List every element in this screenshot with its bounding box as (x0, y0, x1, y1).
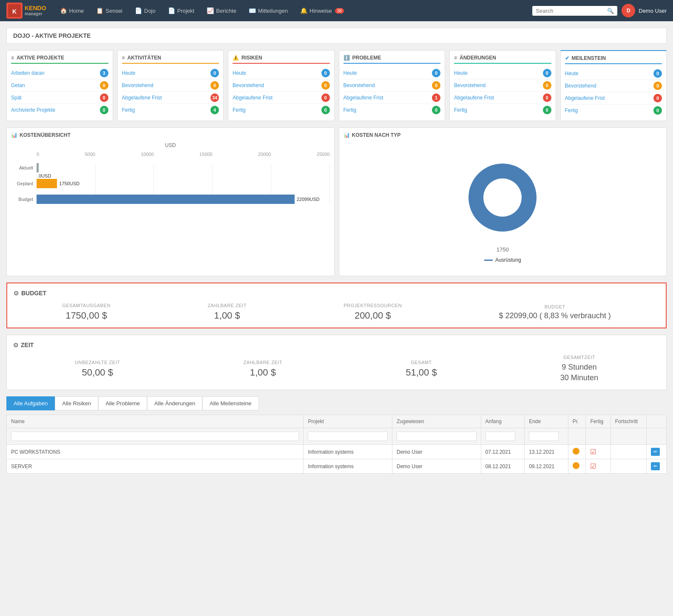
ms-heute-badge: 0 (653, 69, 662, 78)
metric-billable: ZAHLBARE ZEIT 1,00 $ (244, 360, 282, 378)
table-row: PC WORKSTATIONS Information systems Demo… (7, 445, 667, 459)
edit-button-2[interactable]: ✏ (651, 462, 660, 470)
filter-zugewiesen[interactable] (397, 432, 477, 441)
list-icon: ≡ (11, 55, 14, 61)
time-icon: ⊙ (13, 342, 18, 348)
charts-row: 📊 KOSTENÜBERSICHT USD 050001000015000200… (6, 127, 667, 276)
card-changes: ≡ ÄNDERUNGEN Heute 0 Bevorstehend 0 Abge… (449, 50, 556, 121)
list-item: Fertig 0 (454, 104, 551, 116)
list-item: Abgelaufene Frist 34 (122, 92, 219, 104)
risk-heute-link[interactable]: Heute (233, 70, 246, 76)
dojo-icon: 📄 (135, 7, 142, 14)
chg-abgelaufen-link[interactable]: Abgelaufene Frist (454, 95, 494, 101)
filter-name[interactable] (11, 432, 299, 441)
nav-projekt[interactable]: 📄 Projekt (163, 0, 199, 21)
list-item: Getan 0 (11, 79, 108, 92)
nav-hinweise[interactable]: 🔔 Hinweise 38 (295, 0, 349, 21)
act-bevorstehend-link[interactable]: Bevorstehend (122, 82, 153, 88)
chart-area: Aktuell 0USD Geplant 1750USD Budget (11, 163, 330, 204)
metric-unpaid: UNBEZAHLTE ZEIT 50,00 $ (75, 360, 120, 378)
filter-projekt[interactable] (308, 432, 388, 441)
budget-metrics-row: GESAMTAUSGABEN 1750,00 $ ZAHLBARE ZEIT 1… (14, 303, 659, 321)
brand[interactable]: K KENDO manager (6, 3, 46, 19)
budget-value: $ 22099,00 ( 8,83 % verbraucht ) (499, 311, 611, 320)
cell-name: SERVER (7, 459, 304, 474)
prob-fertig-link[interactable]: Fertig (344, 107, 357, 113)
bar-value-aktuell: 0USD (39, 173, 51, 178)
prob-heute-link[interactable]: Heute (344, 70, 357, 76)
search-box[interactable]: 🔍 (532, 6, 617, 16)
chg-heute-link[interactable]: Heute (454, 70, 468, 76)
bar-budget (37, 195, 295, 204)
prob-bevorstehend-link[interactable]: Bevorstehend (344, 82, 375, 88)
getan-badge: 0 (100, 81, 108, 90)
main-content: DOJO - AKTIVE PROJEKTE ≡ AKTIVE PROJEKTE… (0, 21, 673, 480)
filter-fortschritt-cell (611, 428, 646, 445)
ms-heute-link[interactable]: Heute (565, 71, 579, 76)
project-resources-value: 200,00 $ (344, 310, 402, 321)
risk-abgelaufen-link[interactable]: Abgelaufene Frist (233, 95, 273, 101)
bar-value-budget: 22099USD (297, 197, 320, 202)
unpaid-value: 50,00 $ (75, 367, 120, 378)
time-metrics-row: UNBEZAHLTE ZEIT 50,00 $ ZAHLBARE ZEIT 1,… (13, 355, 660, 383)
nav-home[interactable]: 🏠 Home (55, 0, 89, 21)
nav-mitteilungen[interactable]: ✉️ Mitteilungen (244, 0, 293, 21)
tab-alle-aufgaben[interactable]: Alle Aufgaben (6, 396, 55, 410)
mitteilungen-icon: ✉️ (249, 7, 256, 14)
risk-heute-badge: 0 (321, 69, 330, 77)
chg-fertig-link[interactable]: Fertig (454, 107, 467, 113)
getan-link[interactable]: Getan (11, 82, 25, 88)
priority-badge-2 (573, 462, 579, 469)
tab-alle-probleme[interactable]: Alle Probleme (98, 396, 147, 410)
filter-ende[interactable] (529, 432, 559, 441)
spat-link[interactable]: Spät (11, 95, 22, 101)
archiviert-link[interactable]: Archivierte Projekte (11, 107, 55, 113)
filter-anfang[interactable] (486, 432, 515, 441)
sensei-icon: 📋 (96, 7, 103, 14)
arbeiten-link[interactable]: Arbeiten daran (11, 70, 45, 76)
filter-ende-cell (525, 428, 568, 445)
list-item: Fertig 0 (344, 104, 441, 116)
total-label: GESAMT (406, 360, 437, 365)
svg-point-3 (483, 178, 522, 217)
search-icon: 🔍 (607, 8, 614, 14)
chg-bevorstehend-link[interactable]: Bevorstehend (454, 82, 486, 88)
nav-sensei[interactable]: 📋 Sensei (91, 0, 128, 21)
tab-alle-anderungen[interactable]: Alle Änderungen (147, 396, 202, 410)
tab-alle-risiken[interactable]: Alle Risiken (55, 396, 98, 410)
nav-berichte[interactable]: 📈 Berichte (202, 0, 241, 21)
edit-button-1[interactable]: ✏ (651, 448, 660, 456)
list-item: Heute 0 (454, 67, 551, 79)
ms-fertig-link[interactable]: Fertig (565, 107, 578, 113)
user-menu[interactable]: D Demo User (622, 4, 667, 17)
hinweise-icon: 🔔 (300, 7, 307, 14)
ms-bevorstehend-link[interactable]: Bevorstehend (565, 83, 596, 89)
act-fertig-link[interactable]: Fertig (122, 107, 135, 113)
search-input[interactable] (536, 8, 607, 14)
prob-abgelaufen-link[interactable]: Abgelaufene Frist (344, 95, 383, 101)
page-header: DOJO - AKTIVE PROJEKTE (6, 28, 667, 44)
act-heute-badge: 0 (210, 69, 219, 77)
act-heute-link[interactable]: Heute (122, 70, 136, 76)
metric-total-time: GESAMTZEIT 9 Stunden30 Minuten (560, 355, 598, 383)
filter-anfang-cell (481, 428, 525, 445)
card-problems: ℹ️ PROBLEME Heute 0 Bevorstehend 0 Abgel… (339, 50, 446, 121)
act-abgelaufen-link[interactable]: Abgelaufene Frist (122, 95, 162, 101)
risk-bevorstehend-link[interactable]: Bevorstehend (233, 82, 264, 88)
list-item: Bevorstehend 0 (344, 79, 441, 92)
nav-dojo[interactable]: 📄 Dojo (130, 0, 161, 21)
card-risks: ⚠️ RISIKEN Heute 0 Bevorstehend 0 Abgela… (228, 50, 335, 121)
risk-bevorstehend-badge: 0 (321, 81, 330, 90)
col-pr: Pr. (568, 415, 586, 428)
ms-abgelaufen-link[interactable]: Abgelaufene Frist (565, 95, 605, 101)
list-item: Abgelaufene Frist 0 (454, 92, 551, 104)
tab-alle-meilensteine[interactable]: Alle Meilensteine (202, 396, 258, 410)
list-item: Fertig 0 (233, 104, 330, 116)
list-item: Spät 0 (11, 92, 108, 104)
list-item: Heute 0 (344, 67, 441, 79)
user-avatar: D (622, 4, 635, 17)
list-item: Bevorstehend 0 (565, 80, 662, 92)
donut-chart (456, 151, 549, 244)
cost-overview-card: 📊 KOSTENÜBERSICHT USD 050001000015000200… (6, 127, 335, 276)
risk-fertig-link[interactable]: Fertig (233, 107, 246, 113)
